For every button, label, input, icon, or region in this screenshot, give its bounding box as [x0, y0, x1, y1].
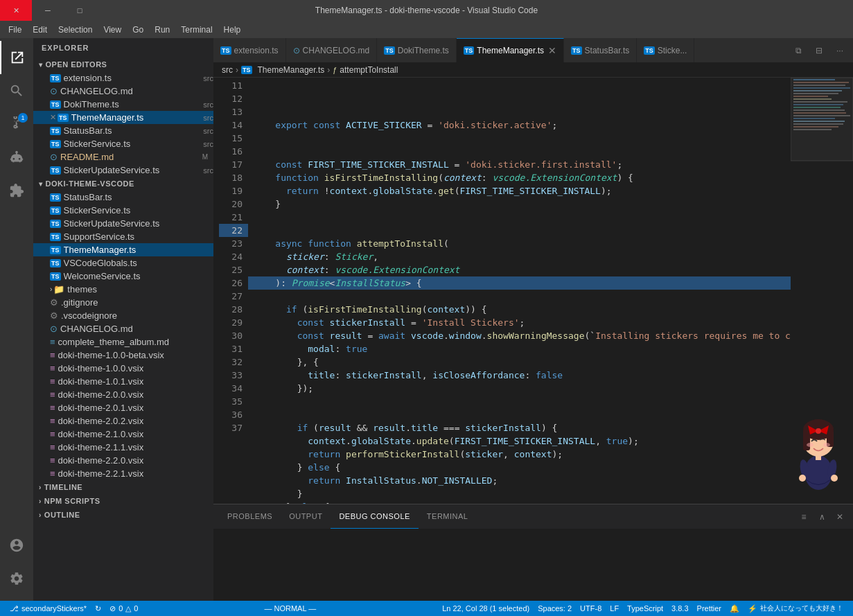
code-content[interactable]: export const ACTIVE_STICKER = 'doki.stic… — [248, 78, 791, 504]
status-notification[interactable]: 🔔 — [726, 601, 744, 616]
menu-edit[interactable]: Edit — [27, 24, 53, 36]
file-gitignore[interactable]: ⚙ .gitignore — [33, 296, 213, 309]
activity-debug[interactable] — [0, 141, 33, 174]
menu-view[interactable]: View — [98, 24, 127, 36]
menu-help[interactable]: Help — [218, 24, 247, 36]
file-vsix-7[interactable]: ≡ doki-theme-2.1.0.vsix — [33, 428, 213, 441]
open-editor-readme-md[interactable]: ⊙ README.md M — [33, 150, 213, 164]
split-editor-button[interactable]: ⧉ — [788, 38, 809, 62]
file-vsix-6[interactable]: ≡ doki-theme-2.0.2.vsix — [33, 414, 213, 428]
open-editor-dokitheme-ts[interactable]: TS DokiTheme.ts src — [33, 98, 213, 111]
tab-close-button[interactable]: ✕ — [548, 45, 556, 56]
sidebar-content[interactable]: ▾ OPEN EDITORS TS extension.ts src ⊙ CHA… — [33, 58, 213, 601]
status-spaces[interactable]: Spaces: 2 — [534, 601, 576, 616]
activity-accounts[interactable] — [0, 529, 33, 562]
breadcrumb-src[interactable]: src — [222, 65, 233, 75]
breadcrumb-ts-item[interactable]: TS ThemeManager.ts — [241, 65, 324, 75]
file-stickerservice-ts[interactable]: TS StickerService.ts — [33, 204, 213, 217]
file-vscodeignore[interactable]: ⚙ .vscodeignore — [33, 309, 213, 322]
tab-changelog-md[interactable]: ⊙ CHANGELOG.md — [286, 38, 378, 62]
menu-run[interactable]: Run — [149, 24, 175, 36]
close-button[interactable]: ✕ — [0, 0, 32, 21]
menu-go[interactable]: Go — [127, 24, 149, 36]
status-power[interactable]: ⚡ 社会人になっても大好き！ — [744, 601, 847, 616]
menu-file[interactable]: File — [3, 24, 27, 36]
more-actions-button[interactable]: ··· — [829, 38, 850, 62]
file-vsix-10[interactable]: ≡ doki-theme-2.2.1.vsix — [33, 467, 213, 480]
file-vsix-3[interactable]: ≡ doki-theme-1.0.1.vsix — [33, 375, 213, 388]
breadcrumb-thememanager[interactable]: ThemeManager.ts — [258, 65, 325, 75]
menu-terminal[interactable]: Terminal — [175, 24, 218, 36]
open-editor-stickerupdateservice-ts[interactable]: TS StickerUpdateService.ts src — [33, 164, 213, 177]
status-encoding[interactable]: UTF-8 — [576, 601, 606, 616]
code-line-17: } — [254, 199, 281, 209]
file-vsix-4[interactable]: ≡ doki-theme-2.0.0.vsix — [33, 388, 213, 401]
file-vsix-5[interactable]: ≡ doki-theme-2.0.1.vsix — [33, 401, 213, 414]
code-editor[interactable]: 11 12 13 14 15 16 17 18 19 20 21 22 23 2… — [213, 78, 853, 504]
activity-search[interactable] — [0, 74, 33, 107]
tab-sticker-ts[interactable]: TS Sticke... — [637, 38, 694, 62]
file-statusbar-ts[interactable]: TS StatusBar.ts — [33, 191, 213, 204]
code-line-28: title: stickerInstall, isCloseAffordance… — [254, 370, 563, 380]
panel-tab-terminal[interactable]: TERMINAL — [419, 504, 477, 529]
status-ts-version[interactable]: 3.8.3 — [667, 601, 692, 616]
panel-close-button[interactable]: ✕ — [832, 509, 847, 525]
activity-explorer[interactable] — [0, 41, 33, 74]
file-vsix-1[interactable]: ≡ doki-theme-1.0.0-beta.vsix — [33, 349, 213, 362]
file-vscodeglobals-ts[interactable]: TS VSCodeGlobals.ts — [33, 256, 213, 270]
panel-tab-problems[interactable]: PROBLEMS — [219, 504, 281, 529]
file-complete-theme-album[interactable]: ≡ complete_theme_album.md — [33, 335, 213, 349]
window-controls[interactable]: ✕ ─ □ — [0, 0, 96, 21]
open-editor-extension-ts[interactable]: TS extension.ts src — [33, 71, 213, 85]
open-editor-changelog-md[interactable]: ⊙ CHANGELOG.md — [33, 85, 213, 98]
activity-extensions[interactable] — [0, 174, 33, 207]
file-vsix-9[interactable]: ≡ doki-theme-2.2.0.vsix — [33, 454, 213, 467]
status-prettier[interactable]: Prettier — [693, 601, 726, 616]
status-eol[interactable]: LF — [606, 601, 623, 616]
file-stickerupdateservice-ts[interactable]: TS StickerUpdateService.ts — [33, 217, 213, 230]
file-themes-folder[interactable]: › 📁 themes — [33, 283, 213, 296]
status-sync[interactable]: ↻ — [91, 601, 105, 616]
tab-dokitheme-ts[interactable]: TS DokiTheme.ts — [377, 38, 457, 62]
breadcrumb-function-item[interactable]: ƒ attemptToInstall — [333, 65, 398, 75]
file-vsix-8[interactable]: ≡ doki-theme-2.1.1.vsix — [33, 441, 213, 454]
timeline-header[interactable]: › TIMELINE — [33, 480, 213, 494]
panel-content[interactable] — [213, 529, 853, 601]
file-welcomeservice-ts[interactable]: TS WelcomeService.ts — [33, 270, 213, 283]
toggle-minimap-button[interactable]: ⊟ — [809, 38, 829, 62]
menu-selection[interactable]: Selection — [53, 24, 98, 36]
status-position[interactable]: Ln 22, Col 28 (1 selected) — [438, 601, 534, 616]
status-bar: ⎇ secondaryStickers* ↻ ⊘ 0 △ 0 — NORMAL … — [0, 601, 853, 616]
file-supportservice-ts[interactable]: TS SupportService.ts — [33, 230, 213, 243]
code-line-31: if (result && result.title === stickerIn… — [254, 423, 557, 433]
tab-statusbar-ts[interactable]: TS StatusBar.ts — [564, 38, 637, 62]
activity-scm[interactable]: 1 — [0, 107, 33, 141]
file-vsix-2[interactable]: ≡ doki-theme-1.0.0.vsix — [33, 362, 213, 375]
status-branch[interactable]: ⎇ secondaryStickers* — [6, 601, 91, 616]
file-changelog-md[interactable]: ⊙ CHANGELOG.md — [33, 322, 213, 335]
tab-extension-ts[interactable]: TS extension.ts — [213, 38, 286, 62]
panel-wrap-button[interactable]: ≡ — [796, 509, 811, 525]
panel-tab-debug-console[interactable]: DEBUG CONSOLE — [331, 504, 418, 529]
minimize-button[interactable]: ─ — [32, 0, 64, 21]
close-icon-small[interactable]: ✕ — [50, 113, 56, 122]
open-editor-statusbar-ts[interactable]: TS StatusBar.ts src — [33, 124, 213, 137]
project-header[interactable]: ▾ DOKI-THEME-VSCODE — [33, 177, 213, 191]
open-editor-thememanager-ts[interactable]: ✕ TS ThemeManager.ts src — [33, 111, 213, 124]
activity-settings[interactable] — [0, 562, 33, 595]
breadcrumb-function[interactable]: attemptToInstall — [340, 65, 398, 75]
panel-collapse-button[interactable]: ∧ — [814, 509, 829, 525]
panel-tab-output[interactable]: OUTPUT — [281, 504, 331, 529]
tab-thememanager-ts[interactable]: TS ThemeManager.ts ✕ — [457, 38, 564, 62]
maximize-button[interactable]: □ — [64, 0, 96, 21]
open-editor-stickerservice-ts[interactable]: TS StickerService.ts src — [33, 137, 213, 150]
vsix-icon: ≡ — [50, 376, 55, 387]
status-errors[interactable]: ⊘ 0 △ 0 — [105, 601, 142, 616]
file-thememanager-ts[interactable]: TS ThemeManager.ts — [33, 243, 213, 256]
open-editors-header[interactable]: ▾ OPEN EDITORS — [33, 58, 213, 71]
svg-point-33 — [827, 459, 838, 479]
npm-scripts-header[interactable]: › NPM SCRIPTS — [33, 494, 213, 508]
outline-header[interactable]: › OUTLINE — [33, 508, 213, 522]
status-language[interactable]: TypeScript — [623, 601, 667, 616]
svg-point-30 — [807, 443, 814, 447]
